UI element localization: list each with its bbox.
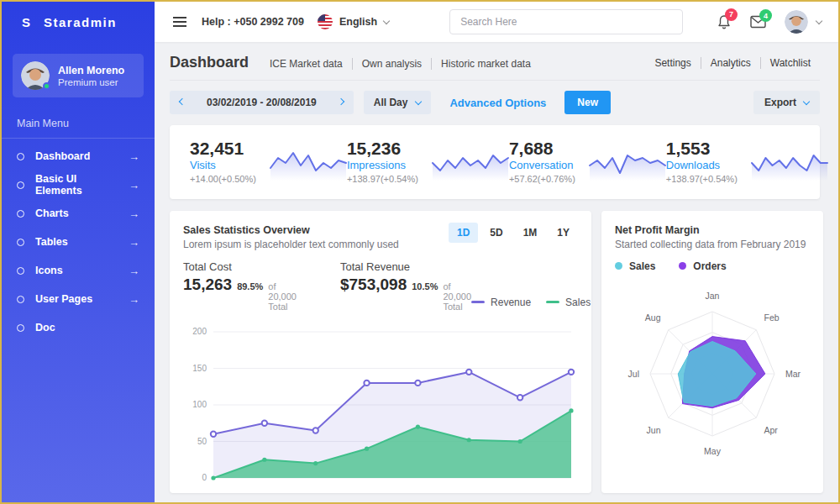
hamburger-menu-icon[interactable] <box>171 13 188 30</box>
top-navbar: Help : +050 2992 709 English <box>155 2 838 42</box>
total-cost-value: 15,263 <box>183 276 232 294</box>
tab-1m[interactable]: 1M <box>515 223 546 243</box>
legend-sales: Sales <box>546 297 591 308</box>
main-area: Help : +050 2992 709 English <box>155 2 838 502</box>
sidebar-item-user-pages[interactable]: User Pages → <box>2 285 155 313</box>
page-title: Dashboard <box>170 54 249 71</box>
page-content: Dashboard ICE Market data Own analysis H… <box>155 42 838 502</box>
sidebar-item-label: Icons <box>35 265 63 276</box>
brand-logo[interactable]: S Staradmin <box>2 2 155 42</box>
stat-value: 15,236 <box>347 139 418 159</box>
sidebar-item-doc[interactable]: Doc <box>2 313 155 342</box>
link-settings[interactable]: Settings <box>645 57 701 69</box>
legend-label: Orders <box>693 260 726 272</box>
sidebar-item-label: Basic UI Elements <box>35 173 118 197</box>
export-button[interactable]: Export <box>753 91 820 114</box>
brand-mark: S <box>22 15 30 29</box>
circle-icon <box>17 296 24 303</box>
message-badge: 4 <box>759 9 772 22</box>
legend-sales: Sales <box>615 260 655 272</box>
advanced-options-link[interactable]: Advanced Options <box>449 97 546 109</box>
avatar-image <box>785 10 808 34</box>
circle-icon <box>17 153 24 160</box>
us-flag-icon <box>318 14 333 29</box>
controls-bar: 03/02/2019 - 20/08/2019 All Day Advanced… <box>170 91 820 114</box>
charts-row: Sales Statistics Overview Lorem ipsum is… <box>170 211 820 493</box>
card-subtitle: Started collecting data from February 20… <box>615 239 810 250</box>
messages-button[interactable]: 4 <box>750 15 766 29</box>
total-revenue-of: of 20,000 Total <box>443 281 471 312</box>
help-phone: Help : +050 2992 709 <box>202 16 304 28</box>
app-window: S Staradmin Allen Moreno Premium user Ma… <box>0 0 840 504</box>
language-label: English <box>339 16 377 28</box>
link-watchlist[interactable]: Watchlist <box>761 57 820 69</box>
stat-label: Conversation <box>509 159 575 173</box>
tab-1d[interactable]: 1D <box>449 223 478 243</box>
arrow-right-icon: → <box>129 265 139 277</box>
sidebar-menu: Dashboard → Basic UI Elements → Charts →… <box>2 142 155 342</box>
legend-revenue: Revenue <box>471 297 531 308</box>
sparkline-chart <box>751 144 828 181</box>
stats-summary-card: 32,451 Visits +14.00(+0.50%) 15,236 Impr… <box>170 125 820 199</box>
svg-text:Mar: Mar <box>785 369 801 379</box>
stat-label: Impressions <box>347 159 418 173</box>
tab-1y[interactable]: 1Y <box>549 223 578 243</box>
new-button[interactable]: New <box>564 91 611 114</box>
sidebar-item-basic-ui-elements[interactable]: Basic UI Elements → <box>2 171 155 199</box>
sidebar-user-card[interactable]: Allen Moreno Premium user <box>13 54 144 97</box>
sidebar-item-icons[interactable]: Icons → <box>2 256 155 285</box>
chevron-down-icon <box>415 97 422 104</box>
sidebar-item-label: Dashboard <box>35 150 90 162</box>
chevron-down-icon <box>803 97 810 104</box>
link-historic-market-data[interactable]: Historic market data <box>432 58 540 70</box>
date-range-picker[interactable]: 03/02/2019 - 20/08/2019 <box>170 91 354 114</box>
profile-menu[interactable] <box>785 10 822 34</box>
svg-text:200: 200 <box>192 327 207 336</box>
net-profit-radar-chart: JanFebMarAprMayJunJulAug <box>615 281 810 471</box>
notifications-button[interactable]: 7 <box>717 14 732 30</box>
legend-swatch <box>471 301 485 303</box>
svg-text:Apr: Apr <box>764 425 779 435</box>
link-ice-market-data[interactable]: ICE Market data <box>260 58 353 70</box>
total-cost-label: Total Cost <box>183 260 297 273</box>
language-selector[interactable]: English <box>318 14 389 29</box>
chevron-down-icon <box>816 17 822 24</box>
notification-badge: 7 <box>725 8 738 21</box>
topbar-actions: 7 4 <box>717 10 822 34</box>
tab-5d[interactable]: 5D <box>481 223 511 243</box>
online-status-dot <box>43 82 50 90</box>
stat-value: 7,688 <box>509 139 575 159</box>
sidebar-item-tables[interactable]: Tables → <box>2 228 155 256</box>
stat-label: Visits <box>190 159 256 173</box>
total-revenue-percent: 10.5% <box>412 281 438 291</box>
svg-text:Jun: Jun <box>647 425 661 435</box>
arrow-right-icon: → <box>129 207 139 220</box>
day-filter-dropdown[interactable]: All Day <box>364 91 432 114</box>
link-own-analysis[interactable]: Own analysis <box>353 58 432 70</box>
stat-delta: +57.62(+0.76%) <box>509 173 575 186</box>
stat-impressions: 15,236 Impressions +138.97(+0.54%) <box>347 139 509 186</box>
svg-text:150: 150 <box>192 363 207 372</box>
brand-name: Staradmin <box>44 15 117 29</box>
sidebar-item-dashboard[interactable]: Dashboard → <box>2 142 155 171</box>
day-filter-value: All Day <box>374 97 408 108</box>
sidebar-item-label: Charts <box>35 207 69 219</box>
date-range-value: 03/02/2019 - 20/08/2019 <box>207 97 317 108</box>
circle-icon <box>17 210 24 218</box>
link-analytics[interactable]: Analytics <box>701 57 761 69</box>
line-chart-legend: Revenue Sales <box>471 297 591 312</box>
sidebar-item-charts[interactable]: Charts → <box>2 199 155 228</box>
svg-text:Aug: Aug <box>645 312 661 323</box>
total-revenue-block: Total Revenue $753,098 10.5% of 20,000 T… <box>340 260 471 312</box>
chevron-right-icon[interactable] <box>338 97 344 104</box>
stat-conversation: 7,688 Conversation +57.62(+0.76%) <box>509 139 666 186</box>
svg-text:May: May <box>704 446 722 456</box>
topbar-avatar <box>785 10 808 34</box>
net-profit-card: Net Profit Margin Started collecting dat… <box>601 211 823 493</box>
total-revenue-value: $753,098 <box>340 276 407 294</box>
sidebar-section-label: Main Menu <box>17 118 139 129</box>
sidebar-item-label: Doc <box>35 322 55 333</box>
chevron-left-icon[interactable] <box>179 97 186 104</box>
search-input[interactable] <box>449 9 683 34</box>
svg-text:0: 0 <box>202 473 207 482</box>
